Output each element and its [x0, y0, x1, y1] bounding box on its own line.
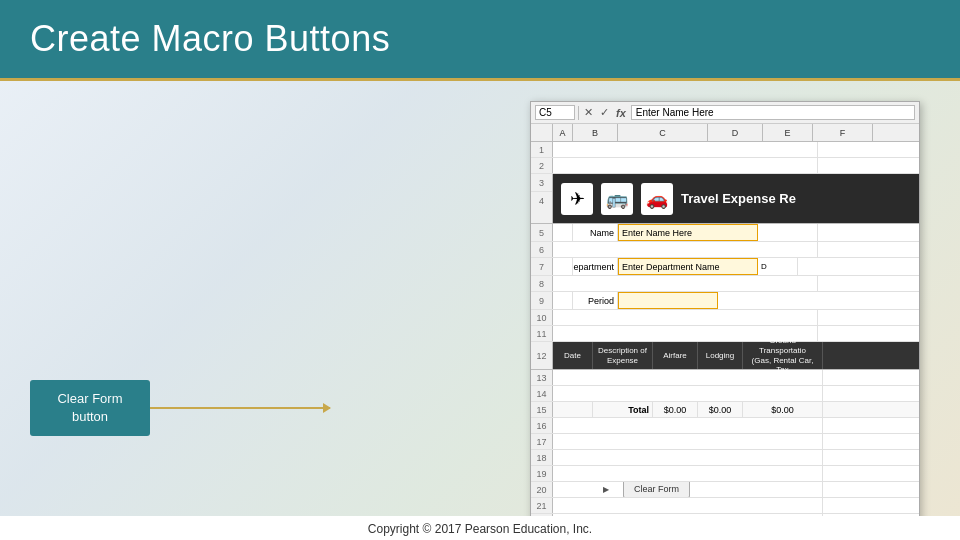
row-num: 13	[531, 370, 553, 385]
row-num: 1	[531, 142, 553, 157]
cell-lodging-total: $0.00	[698, 402, 743, 417]
row-num: 2	[531, 158, 553, 173]
table-row: 14	[531, 386, 919, 402]
row-num: 11	[531, 326, 553, 341]
cell-21	[553, 498, 823, 513]
row-num: 10	[531, 310, 553, 325]
table-row: 11	[531, 326, 919, 342]
clear-form-button[interactable]: Clear Form	[623, 482, 690, 497]
table-row: 22	[531, 514, 919, 516]
annotation-arrow	[150, 407, 330, 409]
cell-7d: D	[758, 258, 798, 275]
banner-content: ✈ 🚌 🚗 Travel Expense Re	[553, 174, 919, 223]
col-airfare-header: Airfare	[653, 342, 698, 369]
copyright-text: Copyright © 2017 Pearson Education, Inc.	[368, 522, 592, 536]
row-num: 15	[531, 402, 553, 417]
cell-5a	[553, 224, 573, 241]
cell-total: Total	[593, 402, 653, 417]
table-row: 16	[531, 418, 919, 434]
excel-screenshot: C5 ✕ ✓ fx Enter Name Here A B C D E F	[530, 101, 920, 516]
col-header-b: B	[573, 124, 618, 141]
column-headers: A B C D E F	[531, 124, 919, 142]
spreadsheet-title: Travel Expense Re	[681, 191, 796, 206]
cell-total-label	[553, 402, 593, 417]
banner-left-nums: 3 4	[531, 174, 553, 223]
col-header-c: C	[618, 124, 708, 141]
row-num: 20	[531, 482, 553, 497]
table-row: 20 ▶ Clear Form	[531, 482, 919, 498]
name-box: C5	[535, 105, 575, 120]
cell-5c: Enter Name Here	[618, 224, 758, 241]
row-num: 16	[531, 418, 553, 433]
cell-5b: Name	[573, 224, 618, 241]
row-num: 22	[531, 514, 553, 516]
car-icon: 🚗	[641, 183, 673, 215]
row-num: 18	[531, 450, 553, 465]
table-header-row: 12 Date Description ofExpense Airfare Lo…	[531, 342, 919, 370]
col-ground-header: Ground Transportatio(Gas, Rental Car, Ta…	[743, 342, 823, 369]
table-row: 18	[531, 450, 919, 466]
table-row: 19	[531, 466, 919, 482]
table-row: 6	[531, 242, 919, 258]
cell-ground-total: $0.00	[743, 402, 823, 417]
cell-17	[553, 434, 823, 449]
table-row: 10	[531, 310, 919, 326]
annotation-box: Clear Form button	[30, 380, 150, 436]
cell-22	[553, 514, 823, 516]
col-header-a: A	[553, 124, 573, 141]
cell-10	[553, 310, 818, 325]
cell-6	[553, 242, 818, 257]
cell-14	[553, 386, 823, 401]
cell-5d	[758, 224, 818, 241]
col-lodging-header: Lodging	[698, 342, 743, 369]
formula-check-icon: ✓	[598, 106, 611, 119]
formula-x-icon: ✕	[582, 106, 595, 119]
formula-input: Enter Name Here	[631, 105, 915, 120]
sheet-body: 1 2 3 4 ✈ 🚌 🚗 T	[531, 142, 919, 516]
formula-bar: C5 ✕ ✓ fx Enter Name Here	[531, 102, 919, 124]
cell-8	[553, 276, 818, 291]
annotation-area: Clear Form button	[30, 380, 150, 436]
table-row: 13	[531, 370, 919, 386]
table-row: 21	[531, 498, 919, 514]
slide-header: Create Macro Buttons	[0, 0, 960, 78]
cell-7a	[553, 258, 573, 275]
formula-fx-icon: fx	[614, 107, 628, 119]
table-row: 9 Period	[531, 292, 919, 310]
col-header-d: D	[708, 124, 763, 141]
content-area: Clear Form button C5 ✕ ✓ fx Enter Name H…	[0, 81, 960, 516]
row-num: 17	[531, 434, 553, 449]
table-row: 2	[531, 158, 919, 174]
row-num: 9	[531, 292, 553, 309]
cell-9b: Period	[573, 292, 618, 309]
row-num: 7	[531, 258, 553, 275]
table-row: 5 Name Enter Name Here	[531, 224, 919, 242]
slide: Create Macro Buttons Clear Form button C…	[0, 0, 960, 540]
airplane-icon: ✈	[561, 183, 593, 215]
cell-19	[553, 466, 823, 481]
cell-20: ▶ Clear Form	[553, 482, 823, 497]
row-num: 19	[531, 466, 553, 481]
row-num: 14	[531, 386, 553, 401]
col-desc-header: Description ofExpense	[593, 342, 653, 369]
formula-divider	[578, 106, 579, 120]
cell-9c	[618, 292, 718, 309]
col-date-header: Date	[553, 342, 593, 369]
table-row: 1	[531, 142, 919, 158]
col-header-e: E	[763, 124, 813, 141]
banner-row: 3 4 ✈ 🚌 🚗 Travel Expense Re	[531, 174, 919, 224]
cell-16	[553, 418, 823, 433]
total-row: 15 Total $0.00 $0.00 $0.00	[531, 402, 919, 418]
table-row: 17	[531, 434, 919, 450]
cell-7b: Department	[573, 258, 618, 275]
row-num: 21	[531, 498, 553, 513]
cell-9a	[553, 292, 573, 309]
footer: Copyright © 2017 Pearson Education, Inc.	[0, 516, 960, 540]
page-title: Create Macro Buttons	[30, 18, 930, 60]
row-num-spacer	[531, 124, 553, 141]
cell-18	[553, 450, 823, 465]
table-row: 8	[531, 276, 919, 292]
cell-airfare-total: $0.00	[653, 402, 698, 417]
cell-2	[553, 158, 818, 173]
cell-1	[553, 142, 818, 157]
